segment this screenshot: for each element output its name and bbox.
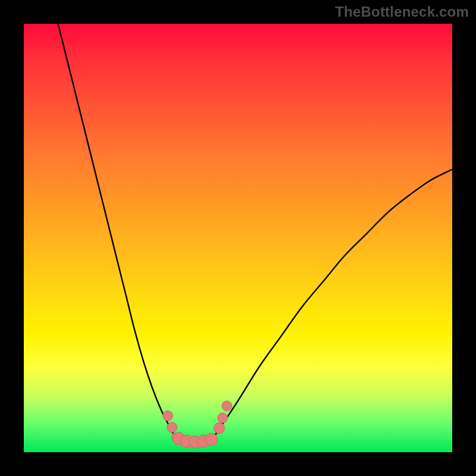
curve-group [58, 24, 452, 443]
data-marker [214, 423, 224, 434]
watermark-text: TheBottleneck.com [335, 4, 469, 20]
data-marker [163, 411, 173, 421]
marker-group [163, 401, 232, 448]
data-marker [218, 413, 228, 423]
plot-area [24, 24, 452, 452]
chart-frame: TheBottleneck.com [0, 0, 476, 476]
chart-svg [24, 24, 452, 452]
data-marker [222, 401, 232, 411]
data-marker [167, 422, 177, 433]
bottleneck-curve [58, 24, 452, 443]
data-marker [205, 433, 218, 446]
